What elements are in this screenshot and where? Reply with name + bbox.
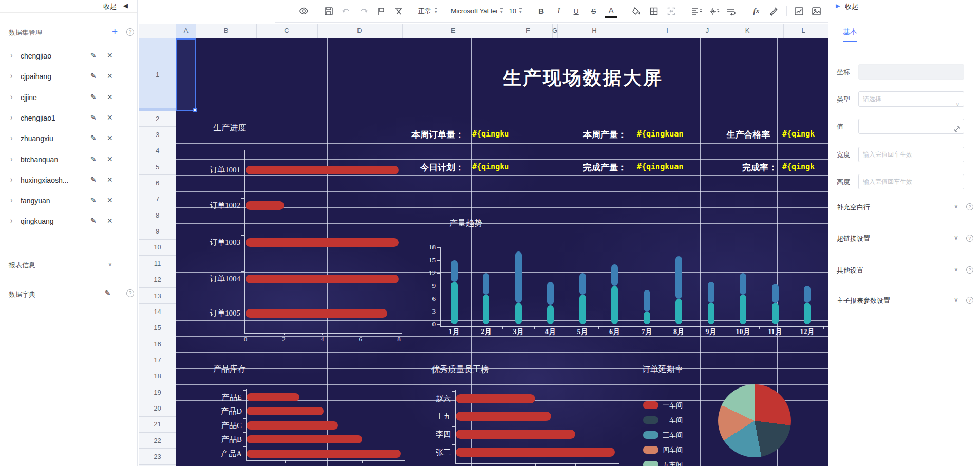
column-header-A[interactable]: A (184, 27, 189, 34)
chevron-right-icon[interactable]: › (10, 71, 12, 81)
delete-x-icon[interactable]: ✕ (107, 217, 113, 225)
row-header-5[interactable]: 5 (139, 159, 176, 175)
column-header-B[interactable]: B (224, 27, 229, 34)
row-header-10[interactable]: 10 (139, 240, 176, 256)
edit-pencil-icon[interactable]: ✎ (90, 134, 97, 142)
dataset-item[interactable]: ›zhuangxiu✎✕ (0, 133, 138, 145)
delete-x-icon[interactable]: ✕ (107, 176, 113, 184)
add-dataset-button[interactable]: + (112, 28, 118, 35)
chevron-right-icon[interactable]: › (10, 153, 12, 164)
edit-pencil-icon[interactable]: ✎ (90, 113, 97, 122)
redo-icon[interactable] (357, 5, 370, 18)
cell-style-dropdown[interactable]: 正常 ▾ (418, 7, 437, 16)
format-painter-icon[interactable] (375, 5, 387, 18)
delete-x-icon[interactable]: ✕ (107, 113, 113, 122)
vertical-align-dropdown[interactable] (708, 5, 720, 18)
chevron-right-icon[interactable]: › (10, 112, 12, 123)
undo-icon[interactable] (340, 5, 352, 18)
collapse-right-icon[interactable]: ▶ (836, 3, 840, 9)
insert-formula-button[interactable]: fx (750, 5, 763, 18)
delete-x-icon[interactable]: ✕ (107, 134, 113, 142)
section-row-超链接设置[interactable]: 超链接设置∨? (828, 234, 980, 245)
dataset-item[interactable]: ›qingkuang✎✕ (0, 216, 138, 228)
horizontal-align-dropdown[interactable] (690, 5, 703, 18)
dataset-item[interactable]: ›btchanquan✎✕ (0, 154, 138, 166)
clear-format-icon[interactable] (392, 5, 405, 18)
dataset-item[interactable]: ›cjjine✎✕ (0, 92, 138, 104)
edit-pencil-icon[interactable]: ✎ (90, 72, 97, 80)
help-icon[interactable]: ? (966, 297, 973, 304)
insert-chart-icon[interactable] (793, 5, 805, 18)
field-input-值[interactable] (858, 119, 964, 134)
column-header-E[interactable]: E (451, 27, 456, 34)
row-header-20[interactable]: 20 (139, 400, 176, 416)
chevron-right-icon[interactable]: › (10, 50, 12, 61)
row-header-15[interactable]: 15 (139, 320, 176, 336)
column-headers[interactable]: ABCDEFGHIJKL (176, 24, 828, 38)
chevron-down-icon[interactable]: ∨ (954, 203, 958, 210)
column-header-D[interactable]: D (357, 27, 362, 34)
report-info-chevron-down-icon[interactable]: ∨ (108, 261, 112, 268)
row-header-22[interactable]: 22 (139, 433, 176, 449)
tab-basic[interactable]: 基本 (843, 28, 857, 42)
chevron-down-icon[interactable]: ∨ (954, 266, 958, 273)
chevron-right-icon[interactable]: › (10, 133, 12, 143)
row-header-8[interactable]: 8 (139, 207, 176, 223)
row-header-13[interactable]: 13 (139, 288, 176, 304)
delete-x-icon[interactable]: ✕ (107, 51, 113, 60)
edit-pencil-icon[interactable]: ✎ (90, 217, 97, 225)
row-header-7[interactable]: 7 (139, 191, 176, 207)
section-row-补充空白行[interactable]: 补充空白行∨? (828, 203, 980, 214)
chevron-down-icon[interactable]: ∨ (954, 296, 958, 303)
column-header-K[interactable]: K (745, 27, 750, 34)
font-size-dropdown[interactable]: 10 ▾ (509, 7, 522, 15)
row-header-9[interactable]: 9 (139, 223, 176, 239)
row-header-11[interactable]: 11 (139, 256, 176, 271)
column-header-C[interactable]: C (284, 27, 289, 34)
chevron-right-icon[interactable]: › (10, 216, 12, 226)
row-header-3[interactable]: 3 (139, 127, 176, 143)
row-header-1[interactable]: 1 (139, 38, 176, 111)
formula-expand-icon[interactable] (954, 123, 960, 138)
edit-pencil-icon[interactable]: ✎ (90, 176, 97, 184)
insert-image-icon[interactable] (811, 5, 823, 18)
dataset-help-icon[interactable]: ? (126, 28, 134, 36)
chevron-right-icon[interactable]: › (10, 195, 12, 205)
section-row-主子报表参数设置[interactable]: 主子报表参数设置∨? (828, 296, 980, 307)
conditional-format-icon[interactable] (768, 5, 780, 18)
row-header-6[interactable]: 6 (139, 175, 176, 191)
italic-button[interactable]: I (553, 5, 565, 18)
delete-x-icon[interactable]: ✕ (107, 155, 113, 163)
column-header-I[interactable]: I (666, 27, 668, 34)
field-input-类型[interactable]: 请选择∨ (858, 91, 964, 107)
row-header-12[interactable]: 12 (139, 272, 176, 288)
delete-x-icon[interactable]: ✕ (107, 93, 113, 101)
column-header-L[interactable]: L (801, 27, 805, 34)
dataset-item[interactable]: ›chengjiao✎✕ (0, 50, 138, 63)
column-header-G[interactable]: G (552, 27, 557, 34)
selection-fill-handle[interactable] (193, 108, 197, 112)
column-header-F[interactable]: F (526, 27, 530, 34)
borders-icon[interactable] (648, 5, 660, 18)
panel-collapse-button[interactable]: 收起 (845, 2, 858, 11)
sheet-canvas[interactable]: 生产进度订单1001订单1002订单1003订单1004订单100502468产… (176, 38, 828, 466)
section-row-其他设置[interactable]: 其他设置∨? (828, 266, 980, 277)
font-family-dropdown[interactable]: Microsoft YaHei ▾ (451, 7, 503, 15)
strikethrough-button[interactable]: S (588, 5, 600, 18)
chevron-right-icon[interactable]: › (10, 91, 12, 102)
merge-cells-icon[interactable] (665, 5, 677, 18)
collapse-left-icon[interactable]: ◀ (123, 2, 128, 9)
font-color-button[interactable]: A (605, 5, 617, 18)
help-icon[interactable]: ? (966, 266, 973, 274)
select-all-corner[interactable] (139, 24, 176, 38)
data-dictionary-help-icon[interactable]: ? (126, 289, 134, 297)
delete-x-icon[interactable]: ✕ (107, 72, 113, 80)
dataset-item[interactable]: ›chengjiao1✎✕ (0, 112, 138, 125)
dataset-item[interactable]: ›cjpaihang✎✕ (0, 71, 138, 83)
row-headers[interactable]: 1234567891011121314151617181920212223 (139, 38, 176, 466)
field-input-宽度[interactable]: 输入完值回车生效 (858, 147, 964, 162)
preview-eye-icon[interactable] (297, 5, 310, 18)
selected-cell-a1[interactable] (176, 38, 196, 111)
row-header-4[interactable]: 4 (139, 143, 176, 159)
row-header-23[interactable]: 23 (139, 449, 176, 464)
